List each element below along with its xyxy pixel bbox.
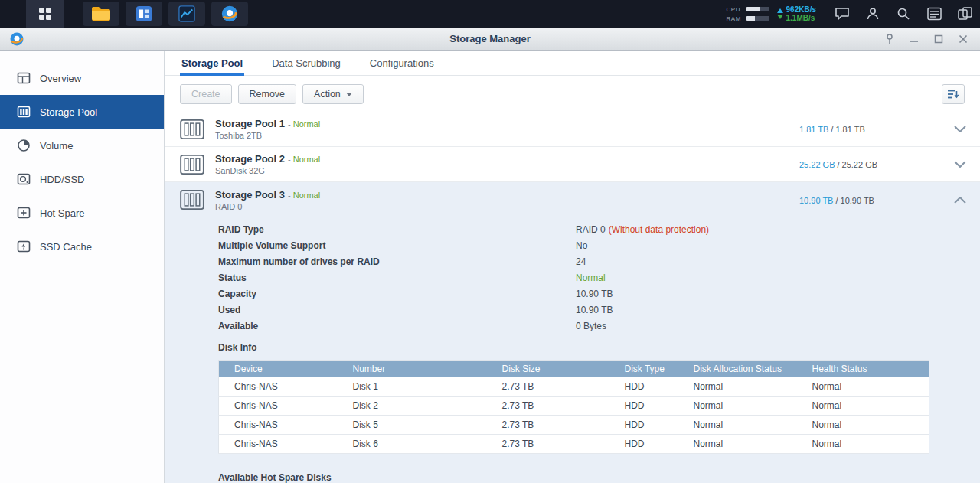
notifications-button[interactable]	[919, 0, 949, 28]
chat-bubble-icon	[835, 7, 850, 21]
sidebar-item-label: Hot Spare	[40, 207, 85, 219]
pool-status: Normal	[293, 191, 320, 200]
taskbar-status-area: CPU RAM 962KB/s 1.1MB/s	[727, 0, 980, 28]
capacity-used: 1.81 TB	[799, 125, 828, 134]
close-button[interactable]	[959, 34, 968, 44]
chevron-down-icon	[954, 161, 966, 168]
action-button[interactable]: Action	[302, 84, 364, 104]
pool-details: RAID Type RAID 0(Without data protection…	[165, 217, 980, 334]
tab-configurations[interactable]: Configurations	[368, 51, 436, 76]
pool-subtitle: SanDisk 32G	[215, 166, 320, 175]
tab-data-scrubbing[interactable]: Data Scrubbing	[270, 51, 342, 76]
sidebar-item-label: HDD/SSD	[40, 174, 85, 185]
tab-bar: Storage Pool Data Scrubbing Configuratio…	[165, 51, 980, 76]
remove-button[interactable]: Remove	[238, 84, 297, 104]
tab-storage-pool[interactable]: Storage Pool	[180, 51, 244, 76]
chat-button[interactable]	[827, 0, 858, 28]
widgets-icon	[958, 7, 972, 21]
detail-row-capacity: Capacity 10.90 TB	[218, 286, 980, 302]
sidebar-item-overview[interactable]: Overview	[0, 61, 164, 95]
pin-button[interactable]	[885, 34, 894, 44]
notifications-list-icon	[927, 7, 942, 21]
overview-icon	[17, 71, 31, 85]
pin-icon	[885, 34, 894, 44]
drive-bay-icon	[180, 155, 207, 175]
minimize-icon	[910, 34, 919, 44]
sidebar-item-label: SSD Cache	[40, 241, 92, 253]
updown-arrows-icon	[777, 8, 783, 19]
pool-row-2[interactable]: Storage Pool 2-Normal SanDisk 32G 25.22 …	[165, 147, 980, 182]
maximize-button[interactable]	[934, 34, 943, 44]
disk-info-title: Disk Info	[218, 342, 980, 353]
main-menu-button[interactable]	[26, 0, 64, 28]
grid-menu-icon	[38, 7, 52, 21]
header-health-status: Health Status	[797, 361, 929, 377]
folder-icon	[91, 6, 111, 21]
main-content: Storage Pool Data Scrubbing Configuratio…	[165, 51, 980, 483]
window-title: Storage Manager	[0, 33, 980, 44]
pool-row-3-expanded: Storage Pool 3-Normal RAID 0 10.90 TB/10…	[165, 182, 980, 483]
pool-title: Storage Pool 2-Normal	[215, 153, 320, 165]
sort-button[interactable]	[942, 84, 965, 104]
maximize-icon	[934, 34, 943, 44]
sidebar-item-volume[interactable]: Volume	[0, 129, 164, 162]
system-usage-widget[interactable]: CPU RAM	[727, 6, 769, 22]
pool-row-3[interactable]: Storage Pool 3-Normal RAID 0 10.90 TB/10…	[165, 182, 980, 217]
table-row[interactable]: Chris-NAS Disk 6 2.73 TB HDD Normal Norm…	[219, 435, 929, 454]
user-account-button[interactable]	[858, 0, 888, 28]
network-speed-widget[interactable]: 962KB/s 1.1MB/s	[777, 5, 816, 22]
sidebar-item-label: Storage Pool	[40, 106, 97, 118]
desktop: CPU RAM 962KB/s 1.1MB/s	[0, 0, 980, 483]
sidebar-item-ssd-cache[interactable]: SSD Cache	[0, 230, 164, 263]
sort-icon	[947, 89, 959, 100]
minimize-button[interactable]	[910, 34, 919, 44]
ram-meter	[746, 16, 769, 21]
widgets-button[interactable]	[949, 0, 980, 28]
pool-row-1[interactable]: Storage Pool 1-Normal Toshiba 2TB 1.81 T…	[165, 112, 980, 147]
header-disk-size: Disk Size	[487, 361, 609, 377]
upload-speed: 962KB/s	[786, 5, 816, 14]
download-speed: 1.1MB/s	[786, 14, 816, 22]
app-package-center-button[interactable]	[126, 2, 162, 26]
pool-title: Storage Pool 3-Normal	[215, 189, 320, 201]
detail-row-available: Available 0 Bytes	[218, 318, 980, 334]
pool-capacity: 25.22 GB/25.22 GB	[799, 158, 939, 170]
toolbar: Create Remove Action	[165, 76, 980, 112]
raid-warning: (Without data protection)	[609, 224, 709, 235]
storage-manager-icon	[220, 5, 239, 23]
app-storage-manager-button[interactable]	[211, 2, 248, 26]
window-controls	[885, 34, 968, 44]
sidebar-item-hdd-ssd[interactable]: HDD/SSD	[0, 162, 164, 196]
detail-row-used: Used 10.90 TB	[218, 302, 980, 318]
table-row[interactable]: Chris-NAS Disk 1 2.73 TB HDD Normal Norm…	[219, 377, 929, 397]
header-number: Number	[338, 361, 487, 377]
taskbar-open-apps	[83, 2, 248, 26]
expand-button[interactable]	[951, 126, 969, 132]
collapse-button[interactable]	[951, 197, 969, 204]
detail-row-raid-type: RAID Type RAID 0(Without data protection…	[218, 221, 980, 237]
sidebar-item-hot-spare[interactable]: Hot Spare	[0, 196, 164, 230]
table-row[interactable]: Chris-NAS Disk 2 2.73 TB HDD Normal Norm…	[219, 397, 929, 416]
drive-bay-icon	[180, 190, 207, 210]
disk-info-table: Device Number Disk Size Disk Type Disk A…	[218, 360, 929, 454]
sidebar-item-label: Volume	[40, 140, 73, 152]
capacity-total: 1.81 TB	[835, 125, 864, 134]
storage-pool-list: Storage Pool 1-Normal Toshiba 2TB 1.81 T…	[165, 112, 980, 483]
app-file-station-button[interactable]	[83, 2, 119, 26]
hot-spare-title: Available Hot Spare Disks	[218, 472, 980, 483]
detail-row-status: Status Normal	[218, 269, 980, 286]
volume-icon	[17, 139, 31, 152]
app-resource-monitor-button[interactable]	[168, 2, 205, 26]
cpu-label: CPU	[727, 6, 743, 13]
pool-status: Normal	[293, 155, 320, 164]
expand-button[interactable]	[951, 161, 969, 168]
create-button[interactable]: Create	[180, 84, 232, 104]
action-button-label: Action	[314, 89, 341, 100]
table-row[interactable]: Chris-NAS Disk 5 2.73 TB HDD Normal Norm…	[219, 416, 929, 435]
header-alloc-status: Disk Allocation Status	[678, 361, 797, 377]
sidebar-item-storage-pool[interactable]: Storage Pool	[0, 95, 164, 129]
search-button[interactable]	[888, 0, 919, 28]
hdd-ssd-icon	[17, 172, 31, 186]
pool-capacity: 10.90 TB/10.90 TB	[799, 194, 939, 206]
close-icon	[959, 34, 968, 44]
